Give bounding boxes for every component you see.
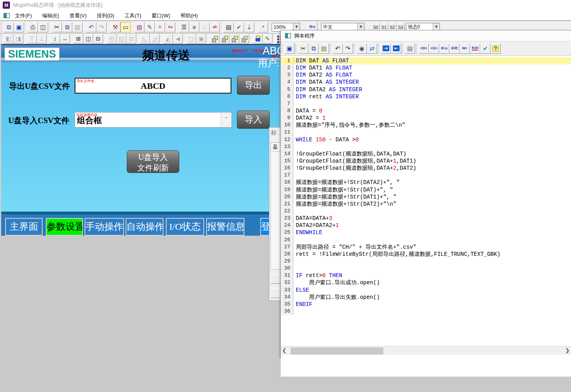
code-line[interactable]: 10频道数据=″序号,指令号,参数一,参数二\n″ — [281, 122, 571, 129]
group-button[interactable]: ▢ — [186, 34, 196, 43]
save-button[interactable]: ▣ — [14, 22, 24, 32]
nav-button[interactable]: 报警信息 — [206, 218, 244, 236]
dialog-button-partial[interactable] — [270, 274, 281, 284]
fill-color-button[interactable]: ▧ — [134, 22, 145, 32]
window-frame-button[interactable]: ▭ — [120, 22, 131, 32]
comment-button[interactable]: ▤ — [405, 43, 415, 54]
code-line[interactable]: 32 用户窗口.导出成功.open() — [281, 279, 571, 286]
center-vert-button[interactable]: ◱ — [116, 34, 126, 43]
sort-lines-button[interactable]: ⇣ — [244, 22, 254, 32]
copy-button[interactable]: ⧉ — [62, 22, 72, 32]
code-line[interactable]: 29 — [281, 258, 571, 265]
code-line[interactable]: 18频道数据=频道数据+!Str(DATA2)+″, ″ — [281, 179, 571, 186]
nav-button[interactable]: I/O状态 — [166, 218, 204, 236]
scroll-right-icon[interactable]: ❯ — [564, 347, 571, 355]
code-line[interactable]: 34 用户窗口.导出失败.open() — [281, 294, 571, 301]
code-line[interactable]: 24DATA2=DATA2+1 — [281, 222, 571, 229]
undo-button[interactable]: ↶ — [86, 22, 96, 32]
replace-button[interactable]: ⇄ — [367, 43, 377, 54]
unlock-edit-button[interactable]: ✎ — [263, 34, 272, 43]
dialog-button-partial[interactable] — [270, 289, 281, 298]
copy-button[interactable]: ⧉ — [308, 43, 319, 54]
code-line[interactable]: 8DATA = 0 — [281, 107, 571, 114]
center-both-button[interactable]: ⊡ — [126, 34, 136, 43]
code-line[interactable]: 33ELSE — [281, 287, 571, 294]
insert-doc-right-button[interactable]: ⇥ — [381, 43, 391, 54]
nav-button[interactable]: 主界面 — [5, 218, 43, 236]
bring-front-button[interactable] — [210, 34, 220, 43]
code-line[interactable]: 25ENDWHILE — [281, 229, 571, 236]
export-button[interactable]: 导出 — [237, 76, 270, 95]
code-line[interactable]: 14!GroupGetFloat(频道数据组,DATA,DAT) — [281, 150, 571, 158]
align-right-button[interactable]: ◨ — [13, 34, 23, 43]
global-tag-button[interactable]: <G> — [429, 43, 439, 54]
rotate-left-button[interactable]: ◺ — [140, 34, 150, 43]
code-line[interactable]: 1DIM DAT AS FLOAT — [281, 57, 571, 64]
find-button[interactable]: ◉ — [357, 43, 367, 54]
send-back-button[interactable] — [220, 34, 229, 43]
font-button[interactable]: Aa — [165, 22, 175, 32]
help-button[interactable]: ? — [490, 43, 501, 54]
code-line[interactable]: 19频道数据=频道数据+!Str(DAT)+″, ″ — [281, 186, 571, 193]
redo-button[interactable]: ↷ — [96, 22, 107, 32]
menu-item[interactable]: 帮助(H) — [175, 11, 203, 21]
flip-horiz-button[interactable]: ◭ — [163, 34, 173, 43]
export-filename-input[interactable]: 导出文件名 ABCD — [75, 78, 231, 94]
ungroup-button[interactable]: ▣ — [196, 34, 206, 43]
menu-item[interactable]: 窗口(W) — [147, 11, 175, 21]
menu-item[interactable]: 排列(D) — [92, 11, 119, 21]
redo-button[interactable]: ↷ — [343, 43, 353, 54]
help-button[interactable]: ? — [258, 22, 268, 32]
code-line[interactable]: 9DATA2 = 1 — [281, 114, 571, 122]
fit-height-button[interactable]: ◫ — [83, 34, 93, 43]
menu-item[interactable]: 文件(F) — [10, 11, 37, 21]
insert-doc-left-button[interactable]: ⇤ — [391, 43, 401, 54]
nav-button[interactable]: 自动操作 — [126, 218, 163, 236]
confirm-check-button[interactable]: ✔ — [234, 22, 244, 32]
code-line[interactable]: 4DIM DATA AS INTEGER — [281, 79, 571, 86]
child-window-icon[interactable] — [4, 13, 10, 18]
new-form-button[interactable]: ⧉ — [4, 22, 14, 32]
menu-item[interactable]: 查看(V) — [64, 11, 92, 21]
flip-vert-button[interactable]: ◀ — [173, 34, 183, 43]
undo-button[interactable]: ↶ — [332, 43, 343, 54]
menu-item[interactable]: 工具(T) — [119, 11, 147, 21]
spell-abc-button[interactable]: ab — [210, 22, 220, 32]
code-line[interactable]: 17 — [281, 172, 571, 179]
code-line[interactable]: 7 — [281, 100, 571, 107]
if-block-button[interactable]: IF▭ — [439, 43, 449, 54]
code-line[interactable]: 28rett = !FileWriteByStr(局部导出路径,频道数据,FIL… — [281, 251, 571, 258]
same-width-button[interactable]: ↔ — [60, 34, 70, 43]
code-line[interactable]: 23DATA=DATA+3 — [281, 215, 571, 222]
import-file-combobox[interactable]: 当前选择内容 组合框 ˇ — [75, 112, 232, 128]
code-line[interactable]: 6DIM rett AS INTEGER — [281, 93, 571, 100]
syntax-check-button[interactable]: ✔ — [480, 43, 490, 54]
code-line[interactable]: 15!GroupGetFloat(频道数据组,DATA+1,DAT1) — [281, 158, 571, 165]
lock-button[interactable] — [253, 34, 263, 43]
import-button[interactable]: 导入 — [237, 111, 270, 129]
code-line[interactable]: 21频道数据=频道数据+!Str(DAT2)+″\n″ — [281, 201, 571, 208]
brush-button[interactable]: ✎ — [145, 22, 155, 32]
scrollbar-thumb[interactable] — [291, 347, 383, 354]
properties-button[interactable]: ▤ — [224, 22, 234, 32]
save-button[interactable]: ▣ — [284, 43, 295, 54]
send-backward-button[interactable] — [239, 34, 249, 43]
scroll-left-icon[interactable]: ❮ — [281, 347, 288, 355]
char-color-button[interactable]: A — [155, 22, 165, 32]
same-size-button[interactable]: ⊞ — [73, 34, 83, 43]
grid-dots-button[interactable]: ∷ — [199, 22, 210, 32]
fit-width-button[interactable]: ⊟ — [93, 34, 103, 43]
code-line[interactable]: 16!GroupGetFloat(频道数据组,DATA+2,DAT2) — [281, 165, 571, 172]
code-line[interactable]: 27局部导出路径 = ″CH/″ + 导出文件名+″.csv″ — [281, 244, 571, 251]
if-else-block-button[interactable]: IF/E — [449, 43, 460, 54]
code-line[interactable]: 20频道数据=频道数据+!Str(DAT1)+″, ″ — [281, 193, 571, 201]
nav-button[interactable]: 参数设置 — [46, 218, 83, 236]
horizontal-scrollbar[interactable]: ❮ ❯ — [281, 346, 571, 355]
same-height-button[interactable]: ↕ — [50, 34, 60, 43]
code-line[interactable]: 13 — [281, 143, 571, 150]
code-line[interactable]: 26 — [281, 236, 571, 244]
align-left-button[interactable]: ◧ — [4, 34, 13, 43]
bring-forward-button[interactable] — [229, 34, 239, 43]
while-block-button[interactable]: W≡ — [460, 43, 470, 54]
paste-button[interactable]: ▨ — [319, 43, 329, 54]
